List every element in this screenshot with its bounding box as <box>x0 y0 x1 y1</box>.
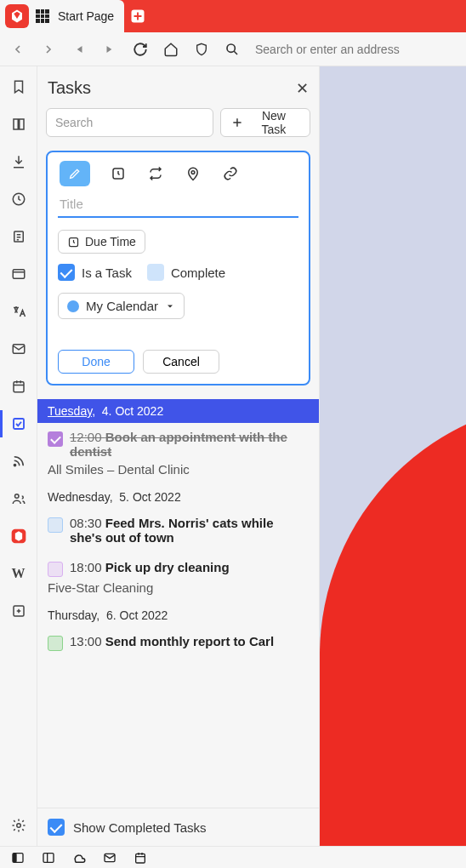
task-checkbox[interactable] <box>48 431 63 447</box>
new-tab-button[interactable] <box>124 0 151 32</box>
wikipedia-icon[interactable]: W <box>7 562 31 585</box>
task-item[interactable]: 13:00 Send monthly report to Carl <box>37 627 319 660</box>
close-icon[interactable]: ✕ <box>296 79 309 98</box>
task-time: 08:30 <box>70 516 105 530</box>
checkbox-checked-icon <box>58 264 75 281</box>
tab-active[interactable]: Start Page <box>0 0 124 32</box>
calendar-icon[interactable] <box>7 374 31 398</box>
task-checkbox[interactable] <box>48 517 63 533</box>
svg-rect-6 <box>14 382 24 392</box>
complete-label: Complete <box>171 266 225 280</box>
task-item[interactable]: 18:00 Pick up dry cleaningFive-Star Clea… <box>37 553 319 603</box>
svg-rect-18 <box>43 853 54 862</box>
time-tab-icon[interactable] <box>109 164 128 183</box>
done-button[interactable]: Done <box>58 350 134 374</box>
edit-tab-icon[interactable] <box>60 161 90 186</box>
svg-rect-4 <box>13 270 25 279</box>
home-button[interactable] <box>160 38 182 60</box>
task-title: Send monthly report to Carl <box>105 634 274 648</box>
tasks-panel: Tasks ✕ New Task Due Time <box>37 66 320 846</box>
task-item[interactable]: 12:00 Book an appointment with the denti… <box>37 423 319 485</box>
svg-rect-20 <box>136 854 145 863</box>
complete-checkbox[interactable]: Complete <box>147 264 225 281</box>
link-tab-icon[interactable] <box>221 164 240 183</box>
svg-point-1 <box>227 44 235 52</box>
translate-icon[interactable] <box>7 300 31 323</box>
mail-icon[interactable] <box>7 337 31 361</box>
is-task-checkbox[interactable]: Is a Task <box>58 264 132 281</box>
calendar-select[interactable]: My Calendar <box>58 293 185 319</box>
shield-icon[interactable] <box>190 38 213 60</box>
downloads-icon[interactable] <box>7 150 31 174</box>
apps-icon <box>36 9 49 23</box>
settings-icon[interactable] <box>7 814 31 837</box>
new-task-button[interactable]: New Task <box>220 108 310 137</box>
svg-rect-17 <box>13 853 17 862</box>
vivaldi-panel-icon[interactable] <box>7 524 31 548</box>
day-header: Thursday, 6. Oct 2022 <box>37 603 319 627</box>
history-icon[interactable] <box>7 187 31 211</box>
back-button[interactable] <box>7 38 29 60</box>
rewind-button[interactable] <box>68 38 90 60</box>
calendar-status-icon[interactable] <box>133 850 148 865</box>
content-area <box>320 66 466 846</box>
repeat-tab-icon[interactable] <box>146 164 165 183</box>
task-subtitle: Five-Star Cleaning <box>48 580 309 595</box>
side-rail: W <box>0 66 37 846</box>
search-input[interactable] <box>46 108 213 137</box>
forward-button[interactable] <box>37 38 60 60</box>
task-subtitle: All Smiles – Dental Clinic <box>48 462 309 477</box>
show-completed-checkbox[interactable] <box>48 819 65 836</box>
calendar-label: My Calendar <box>86 299 158 313</box>
vivaldi-logo <box>5 4 29 28</box>
panel-toggle-icon[interactable] <box>41 850 56 865</box>
bookmarks-icon[interactable] <box>7 75 31 99</box>
panel-title: Tasks <box>48 78 91 98</box>
day-header: Tuesday, 4. Oct 2022 <box>37 399 319 423</box>
add-panel-icon[interactable] <box>7 599 31 623</box>
task-checkbox[interactable] <box>48 562 63 577</box>
reload-button[interactable] <box>129 38 151 60</box>
calendar-color-dot <box>67 300 79 312</box>
svg-point-12 <box>16 824 20 828</box>
show-completed-label: Show Completed Tasks <box>73 820 206 835</box>
window-panel-icon[interactable] <box>7 262 31 286</box>
cancel-button[interactable]: Cancel <box>143 350 219 374</box>
mail-status-icon[interactable] <box>102 850 117 865</box>
tab-title: Start Page <box>58 9 114 23</box>
notes-icon[interactable] <box>7 225 31 248</box>
sync-icon[interactable] <box>71 850 87 865</box>
task-time: 18:00 <box>70 560 105 574</box>
task-title: Pick up dry cleaning <box>105 560 230 574</box>
chevron-down-icon <box>165 301 175 311</box>
due-time-button[interactable]: Due Time <box>58 230 145 254</box>
day-header: Wednesday, 5. Oct 2022 <box>37 485 319 509</box>
task-editor: Due Time Is a Task Complete My Calendar … <box>46 151 310 385</box>
status-bar <box>0 846 466 868</box>
panel-toggle-left-icon[interactable] <box>10 850 26 865</box>
svg-point-9 <box>14 494 19 499</box>
location-tab-icon[interactable] <box>184 164 202 183</box>
search-icon[interactable] <box>221 38 243 60</box>
tab-bar: Start Page <box>0 0 466 32</box>
task-list: Tuesday, 4. Oct 202212:00 Book an appoin… <box>37 399 319 808</box>
task-item[interactable]: 08:30 Feed Mrs. Norris' cats while she's… <box>37 509 319 553</box>
fast-forward-button[interactable] <box>99 38 121 60</box>
svg-point-8 <box>14 464 15 465</box>
address-input[interactable] <box>252 39 459 60</box>
tasks-icon[interactable] <box>7 412 31 436</box>
svg-point-14 <box>191 171 195 174</box>
start-page-graphic <box>320 400 466 846</box>
feeds-icon[interactable] <box>7 449 31 473</box>
contacts-icon[interactable] <box>7 487 31 511</box>
task-title-input[interactable] <box>58 191 298 218</box>
task-time: 12:00 <box>70 430 105 444</box>
reading-list-icon[interactable] <box>7 112 31 136</box>
new-task-label: New Task <box>248 109 299 136</box>
task-time: 13:00 <box>70 634 105 648</box>
panel-footer: Show Completed Tasks <box>37 808 319 846</box>
checkbox-unchecked-icon <box>147 264 164 281</box>
task-checkbox[interactable] <box>48 636 63 651</box>
due-time-label: Due Time <box>85 235 136 248</box>
is-task-label: Is a Task <box>82 266 132 280</box>
